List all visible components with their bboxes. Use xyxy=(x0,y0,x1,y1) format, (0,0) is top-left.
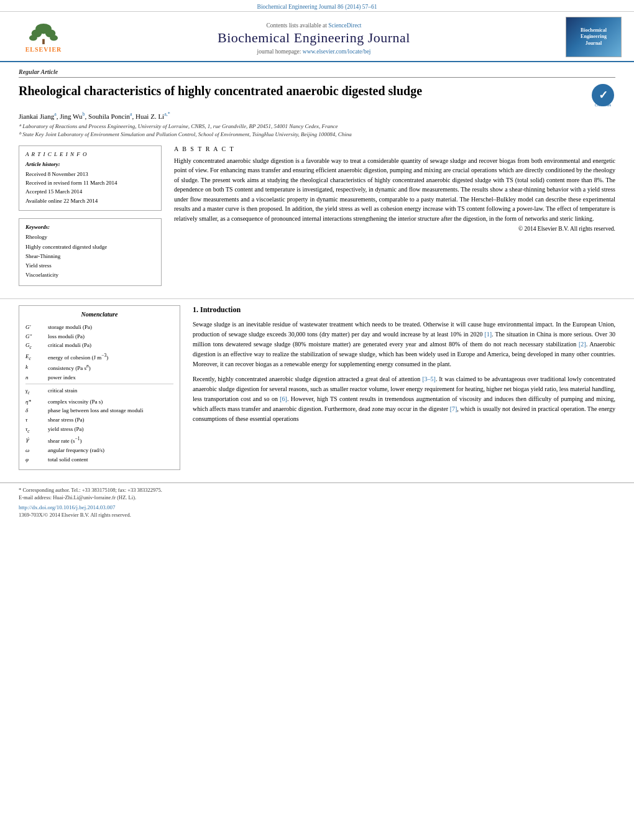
nom-def-7: complex viscosity (Pa s) xyxy=(48,397,173,407)
nom-row-8: δ phase lag between loss and storage mod… xyxy=(25,406,173,415)
revised-text: Received in revised form 11 March 2014 xyxy=(25,178,117,187)
ref-1: [1] xyxy=(484,331,492,338)
nom-sym-3: Ec xyxy=(25,352,43,362)
page: Biochemical Engineering Journal 86 (2014… xyxy=(0,0,634,840)
revised-row: Received in revised form 11 March 2014 xyxy=(25,178,155,187)
ref-7: [7] xyxy=(450,405,457,412)
nom-row-7: η* complex viscosity (Pa s) xyxy=(25,397,173,407)
nom-def-5: power index xyxy=(48,373,173,382)
ref-3-5: [3–5] xyxy=(422,376,436,382)
nom-def-12: angular frequency (rad/s) xyxy=(48,446,173,455)
keywords-box: Keywords: Rheology Highly concentrated d… xyxy=(19,218,162,285)
svg-text:✓: ✓ xyxy=(599,89,608,101)
nom-sym-10: τc xyxy=(25,425,43,435)
nom-sym-9: τ xyxy=(25,415,43,425)
authors: Jiankai Jianga, Jing Wub, Souhila Poncin… xyxy=(19,111,615,120)
affiliations: ᵃ Laboratory of Reactions and Process En… xyxy=(19,122,615,139)
nom-row-0: G′ storage moduli (Pa) xyxy=(25,323,173,332)
copyright-line: © 2014 Elsevier B.V. All rights reserved… xyxy=(174,226,615,232)
contents-line: Contents lists available at ScienceDirec… xyxy=(75,20,553,30)
svg-rect-5 xyxy=(42,39,45,44)
nom-sym-13: φ xyxy=(25,455,43,464)
nom-row-1: G″ loss moduli (Pa) xyxy=(25,332,173,341)
article-title-row: Rheological characteristics of highly co… xyxy=(19,83,615,108)
nom-row-13: φ total solid content xyxy=(25,455,173,464)
left-column: A R T I C L E I N F O Article history: R… xyxy=(19,145,162,286)
intro-title: 1. Introduction xyxy=(193,305,615,315)
nom-def-11: shear rate (s−1) xyxy=(48,435,173,446)
accepted-row: Accepted 15 March 2014 xyxy=(25,187,155,196)
section-divider xyxy=(0,298,634,299)
intro-number: 1. xyxy=(193,305,198,314)
author-jiankai: Jiankai Jianga, Jing Wub, Souhila Poncin… xyxy=(19,113,170,120)
affiliation-a: ᵃ Laboratory of Reactions and Process En… xyxy=(19,122,615,131)
nom-sym-1: G″ xyxy=(25,332,43,341)
nom-sym-2: Gc xyxy=(25,341,43,351)
nom-def-3: energy of cohesion (J m−3) xyxy=(48,352,173,362)
nom-row-6: γc critical strain xyxy=(25,386,173,397)
journal-title: Biochemical Engineering Journal xyxy=(75,30,553,46)
nom-def-8: phase lag between loss and storage modul… xyxy=(48,406,173,415)
received-text: Received 8 November 2013 xyxy=(25,170,88,178)
received-row: Received 8 November 2013 xyxy=(25,170,155,178)
svg-point-3 xyxy=(29,35,37,40)
email-link[interactable]: Huai-Zhi.Li@univ-lorraine.fr xyxy=(53,494,116,501)
article-info-header: A R T I C L E I N F O xyxy=(25,151,155,157)
corresponding-text: * Corresponding author. Tel.: +33 383175… xyxy=(19,487,162,493)
nom-sym-8: δ xyxy=(25,406,43,415)
nom-separator xyxy=(25,384,173,384)
bottom-section: Nomenclature G′ storage moduli (Pa) G″ l… xyxy=(0,305,634,482)
keyword-4: Yield stress xyxy=(25,261,155,270)
elsevier-logo: ELSEVIER xyxy=(12,22,75,53)
article-type: Regular Article xyxy=(19,68,615,78)
intro-heading: Introduction xyxy=(200,305,241,314)
article-content: Regular Article Rheological characterist… xyxy=(0,62,634,292)
nom-row-5: n power index xyxy=(25,373,173,382)
abstract-header: A B S T R A C T xyxy=(174,145,615,152)
email-suffix: (HZ. Li). xyxy=(117,494,136,501)
article-footer: * Corresponding author. Tel.: +33 383175… xyxy=(0,482,634,520)
nom-sym-4: k xyxy=(25,362,43,373)
sciencedirect-link[interactable]: ScienceDirect xyxy=(328,22,361,29)
keyword-1: Rheology xyxy=(25,233,155,242)
affiliation-b: ᵇ State Key Joint Laboratory of Environm… xyxy=(19,131,615,139)
nom-def-0: storage moduli (Pa) xyxy=(48,323,173,332)
article-info-box: A R T I C L E I N F O Article history: R… xyxy=(19,145,162,211)
corresponding-note: * Corresponding author. Tel.: +33 383175… xyxy=(19,487,615,493)
journal-header: ELSEVIER Contents lists available at Sci… xyxy=(0,12,634,62)
journal-homepage: journal homepage: www.elsevier.com/locat… xyxy=(75,48,553,55)
available-row: Available online 22 March 2014 xyxy=(25,196,155,205)
contents-text: Contents lists available at xyxy=(266,22,326,29)
nom-def-13: total solid content xyxy=(48,455,173,464)
svg-text:CrossMark: CrossMark xyxy=(595,103,612,107)
journal-header-right: Biochemical Engineering Journal xyxy=(553,17,622,57)
available-text: Available online 22 March 2014 xyxy=(25,196,98,205)
journal-citation-bar: Biochemical Engineering Journal 86 (2014… xyxy=(0,0,634,12)
email-label: E-mail address: xyxy=(19,494,52,501)
journal-header-center: Contents lists available at ScienceDirec… xyxy=(75,20,553,55)
intro-paragraph-1: Sewage sludge is an inevitable residue o… xyxy=(193,320,615,369)
nom-row-11: γ̇ shear rate (s−1) xyxy=(25,435,173,446)
footer-issn: 1369-703X/© 2014 Elsevier B.V. All right… xyxy=(19,512,615,518)
introduction-section: 1. Introduction Sewage sludge is an inev… xyxy=(193,305,615,470)
email-note: E-mail address: Huai-Zhi.Li@univ-lorrain… xyxy=(19,494,615,501)
accepted-text: Accepted 15 March 2014 xyxy=(25,187,82,196)
nom-def-10: yield stress (Pa) xyxy=(48,425,173,435)
nomenclature-title: Nomenclature xyxy=(25,311,173,318)
doi-link[interactable]: http://dx.doi.org/10.1016/j.bej.2014.03.… xyxy=(19,504,615,510)
keyword-5: Viscoelasticity xyxy=(25,270,155,280)
article-info-abstract-row: A R T I C L E I N F O Article history: R… xyxy=(19,145,615,286)
nom-row-2: Gc critical moduli (Pa) xyxy=(25,341,173,351)
journal-cover-image: Biochemical Engineering Journal xyxy=(566,17,622,57)
homepage-text: journal homepage: xyxy=(257,48,301,55)
nom-def-9: shear stress (Pa) xyxy=(48,415,173,425)
ref-2: [2] xyxy=(579,341,586,348)
homepage-link[interactable]: www.elsevier.com/locate/bej xyxy=(303,48,371,55)
keywords-label: Keywords: xyxy=(25,224,155,230)
nom-sym-7: η* xyxy=(25,397,43,407)
intro-paragraph-2: Recently, highly concentrated anaerobic … xyxy=(193,374,615,424)
abstract-text: Highly concentrated anaerobic sludge dig… xyxy=(174,156,615,224)
nom-def-6: critical strain xyxy=(48,386,173,397)
right-column: A B S T R A C T Highly concentrated anae… xyxy=(174,145,615,286)
cover-text: Biochemical Engineering Journal xyxy=(581,27,607,47)
